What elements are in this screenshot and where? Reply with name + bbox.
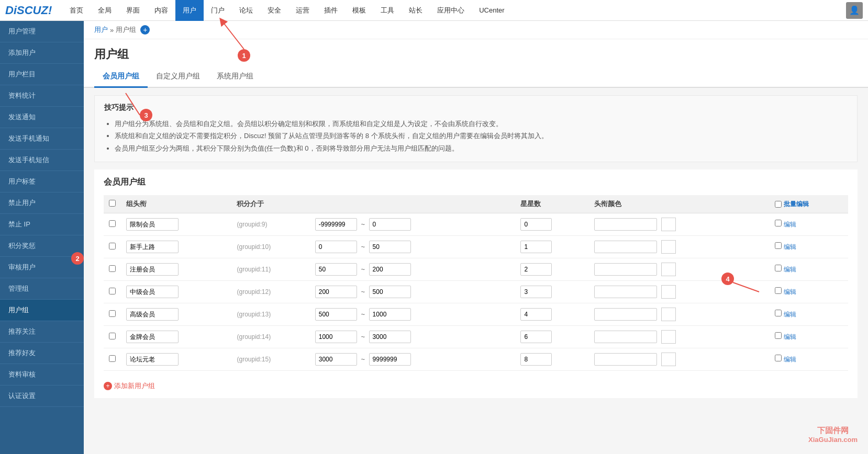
edit-link-0[interactable]: 编辑 [784,221,796,228]
edit-link-4[interactable]: 编辑 [784,311,796,318]
sidebar-item-4[interactable]: 发送通知 [0,107,84,128]
tab-0[interactable]: 会员用户组 [94,66,148,88]
edit-link-6[interactable]: 编辑 [784,356,796,363]
color-swatch-1[interactable] [661,240,676,254]
row-checkbox-2[interactable] [109,265,116,272]
nav-item-5[interactable]: 门户 [204,0,232,21]
color-text-3[interactable] [594,286,657,298]
row-batch-check-4[interactable] [775,310,782,316]
row-checkbox-1[interactable] [109,243,116,249]
sidebar-item-17[interactable]: 认证设置 [0,385,84,407]
nav-item-7[interactable]: 安全 [260,0,288,21]
stars-input-1[interactable] [520,241,552,253]
nav-item-1[interactable]: 全局 [91,0,119,21]
group-name-input-4[interactable] [126,308,179,321]
sidebar-item-1[interactable]: 添加用户 [0,42,84,64]
score-min-4[interactable] [315,308,357,321]
group-name-input-0[interactable] [126,218,179,231]
edit-link-1[interactable]: 编辑 [784,243,796,251]
row-batch-check-3[interactable] [775,287,782,294]
sidebar-item-16[interactable]: 资料审核 [0,364,84,385]
row-batch-check-6[interactable] [775,355,782,361]
edit-link-3[interactable]: 编辑 [784,288,796,296]
nav-item-6[interactable]: 论坛 [232,0,260,21]
stars-input-4[interactable] [520,308,552,321]
stars-input-6[interactable] [520,353,552,366]
color-swatch-5[interactable] [661,330,676,344]
sidebar-item-10[interactable]: 积分奖惩 [0,235,84,257]
nav-item-2[interactable]: 界面 [119,0,147,21]
sidebar-item-12[interactable]: 管理组 [0,278,84,300]
row-batch-check-2[interactable] [775,265,782,271]
color-text-5[interactable] [594,331,657,343]
score-max-0[interactable] [369,218,411,231]
score-min-3[interactable] [315,286,357,298]
row-batch-check-0[interactable] [775,220,782,226]
sidebar-item-7[interactable]: 用户标签 [0,171,84,192]
sidebar-item-13[interactable]: 用户组 [0,300,84,321]
row-batch-check-5[interactable] [775,332,782,339]
sidebar-item-15[interactable]: 推荐好友 [0,343,84,364]
nav-item-9[interactable]: 插件 [317,0,345,21]
group-name-input-3[interactable] [126,286,179,298]
sidebar-item-14[interactable]: 推荐关注 [0,321,84,343]
row-checkbox-0[interactable] [109,220,116,227]
color-swatch-2[interactable] [661,263,676,276]
user-avatar[interactable]: 👤 [846,2,863,19]
sidebar-item-11[interactable]: 审核用户 [0,257,84,278]
edit-link-2[interactable]: 编辑 [784,266,796,273]
score-max-6[interactable] [369,353,411,366]
sidebar-item-9[interactable]: 禁止 IP [0,214,84,235]
batch-edit-container[interactable]: 批量编辑 [775,200,843,209]
sidebar-item-5[interactable]: 发送手机通知 [0,128,84,150]
sidebar-item-3[interactable]: 资料统计 [0,85,84,107]
nav-item-4[interactable]: 用户 [175,0,204,21]
score-max-2[interactable] [369,263,411,276]
sidebar-item-2[interactable]: 用户栏目 [0,64,84,85]
breadcrumb-add-button[interactable]: + [140,25,150,35]
row-checkbox-3[interactable] [109,288,116,294]
color-text-4[interactable] [594,308,657,321]
select-all-checkbox[interactable] [109,200,116,207]
stars-input-2[interactable] [520,263,552,276]
score-max-5[interactable] [369,331,411,343]
color-swatch-6[interactable] [661,353,676,366]
stars-input-0[interactable] [520,218,552,231]
nav-item-0[interactable]: 首页 [62,0,91,21]
score-max-3[interactable] [369,286,411,298]
nav-item-11[interactable]: 工具 [373,0,402,21]
score-max-1[interactable] [369,241,411,253]
group-name-input-6[interactable] [126,353,179,366]
color-text-2[interactable] [594,263,657,276]
sidebar-item-0[interactable]: 用户管理 [0,21,84,42]
score-min-5[interactable] [315,331,357,343]
tab-2[interactable]: 系统用户组 [208,66,262,88]
sidebar-item-8[interactable]: 禁止用户 [0,192,84,214]
color-text-1[interactable] [594,241,657,253]
color-text-0[interactable] [594,218,657,231]
row-checkbox-4[interactable] [109,310,116,317]
color-swatch-4[interactable] [661,308,676,321]
score-min-0[interactable] [315,218,357,231]
nav-item-13[interactable]: 应用中心 [430,0,472,21]
row-checkbox-5[interactable] [109,333,116,339]
color-swatch-0[interactable] [661,218,676,231]
group-name-input-5[interactable] [126,331,179,343]
add-group-link[interactable]: + 添加新用户组 [104,381,155,391]
group-name-input-2[interactable] [126,263,179,276]
batch-edit-checkbox[interactable] [775,201,782,208]
group-name-input-1[interactable] [126,241,179,253]
score-min-1[interactable] [315,241,357,253]
nav-item-14[interactable]: UCenter [472,0,511,21]
color-text-6[interactable] [594,353,657,366]
color-swatch-3[interactable] [661,285,676,299]
nav-item-3[interactable]: 内容 [147,0,175,21]
stars-input-3[interactable] [520,286,552,298]
score-min-2[interactable] [315,263,357,276]
nav-item-8[interactable]: 运营 [288,0,317,21]
nav-item-12[interactable]: 站长 [402,0,430,21]
stars-input-5[interactable] [520,331,552,343]
score-min-6[interactable] [315,353,357,366]
row-batch-check-1[interactable] [775,242,782,249]
nav-item-10[interactable]: 模板 [345,0,373,21]
